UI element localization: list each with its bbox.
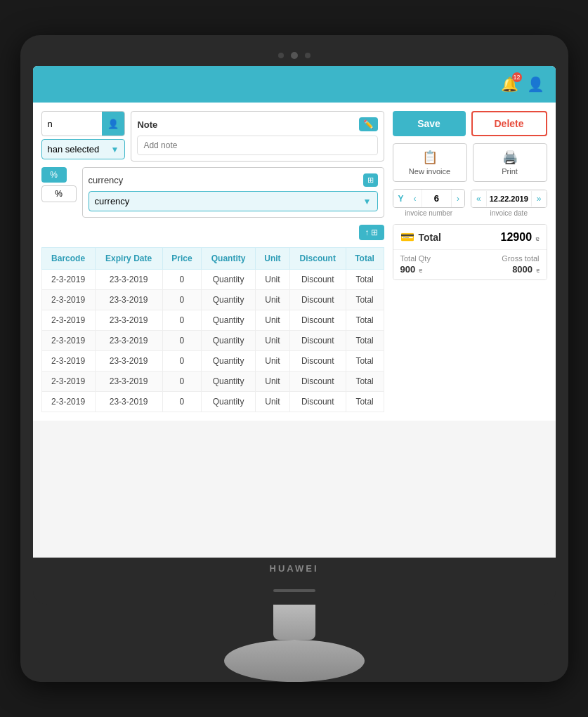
- total-amount: 12900 ɐ: [501, 231, 540, 244]
- table-cell-6-3: Quantity: [202, 392, 256, 412]
- table-row[interactable]: 2-3-201923-3-20190QuantityUnitDiscountTo…: [41, 310, 384, 331]
- table-cell-3-5: Discount: [289, 331, 346, 351]
- table-cell-1-4: Unit: [255, 290, 289, 310]
- invoice-date-prev-button[interactable]: «: [471, 190, 486, 207]
- export-button[interactable]: ↑ ⊞: [359, 225, 384, 240]
- invoice-prev-button[interactable]: ‹: [409, 190, 422, 207]
- barcode-icon-btn[interactable]: 👤: [102, 112, 124, 136]
- table-cell-1-2: 0: [162, 290, 202, 310]
- total-qty-label: Total Qty: [400, 254, 431, 263]
- total-qty-group: Total Qty 900 ɐ: [400, 254, 431, 275]
- currency-select[interactable]: currency USD EUR GBP: [89, 192, 358, 211]
- select-arrow-icon: ▼: [105, 145, 125, 154]
- table-cell-5-0: 2-3-2019: [41, 371, 95, 392]
- total-qty-value: 900: [400, 264, 416, 275]
- delete-button[interactable]: Delete: [471, 111, 547, 136]
- user-icon[interactable]: 👤: [527, 76, 544, 93]
- table-cell-6-6: Total: [346, 392, 384, 412]
- table-cell-5-5: Discount: [289, 371, 346, 392]
- percent-input[interactable]: [41, 185, 77, 202]
- customer-select[interactable]: han selected: [42, 140, 105, 159]
- col-unit: Unit: [255, 248, 289, 270]
- currency-icon-button[interactable]: ⊞: [363, 173, 378, 187]
- total-header: 💳 Total 12900 ɐ: [393, 225, 547, 250]
- camera-dot-2: [305, 53, 311, 58]
- table-row[interactable]: 2-3-201923-3-20190QuantityUnitDiscountTo…: [41, 392, 384, 412]
- col-expiry: Expiry Date: [95, 248, 162, 270]
- camera-lens: [291, 52, 298, 59]
- table-row[interactable]: 2-3-201923-3-20190QuantityUnitDiscountTo…: [41, 351, 384, 371]
- table-cell-6-0: 2-3-2019: [41, 392, 95, 412]
- table-cell-3-2: 0: [162, 331, 202, 351]
- table-cell-2-6: Total: [346, 310, 384, 331]
- invoice-date-value: 12.22.2019: [486, 191, 532, 206]
- table-row[interactable]: 2-3-201923-3-20190QuantityUnitDiscountTo…: [41, 270, 384, 290]
- note-section: Note ✏️: [131, 111, 384, 162]
- table-cell-5-3: Quantity: [202, 371, 256, 392]
- brand-label: HUAWEI: [33, 558, 556, 577]
- table-cell-4-0: 2-3-2019: [41, 351, 95, 371]
- total-value: 12900: [501, 231, 533, 243]
- total-label: Total: [419, 232, 441, 243]
- print-icon: 🖨️: [502, 150, 518, 165]
- new-invoice-icon: 📋: [422, 150, 438, 165]
- currency-select-arrow-icon: ▼: [358, 197, 377, 206]
- invoice-date-next-button[interactable]: »: [532, 190, 547, 207]
- gross-total-value: 8000: [512, 264, 533, 275]
- data-table: Barcode Expiry Date Price Quantity Unit …: [41, 247, 384, 412]
- notification-icon[interactable]: 🔔 12: [501, 76, 518, 93]
- tablet-bottom: [33, 577, 556, 605]
- table-cell-1-0: 2-3-2019: [41, 290, 95, 310]
- save-button[interactable]: Save: [393, 111, 466, 136]
- table-cell-5-6: Total: [346, 371, 384, 392]
- total-currency-symbol: ɐ: [535, 235, 540, 242]
- data-table-wrapper: Barcode Expiry Date Price Quantity Unit …: [41, 247, 384, 412]
- table-cell-6-4: Unit: [255, 392, 289, 412]
- tablet-screen: 🔔 12 👤 👤: [33, 66, 556, 558]
- table-row[interactable]: 2-3-201923-3-20190QuantityUnitDiscountTo…: [41, 290, 384, 310]
- invoice-date-nav: « 12.22.2019 » invoice date: [471, 190, 547, 217]
- table-cell-2-0: 2-3-2019: [41, 310, 95, 331]
- invoice-actions: 📋 New invoice 🖨️ Print: [393, 143, 547, 182]
- new-invoice-button[interactable]: 📋 New invoice: [393, 143, 467, 182]
- table-cell-0-5: Discount: [289, 270, 346, 290]
- table-cell-2-3: Quantity: [202, 310, 256, 331]
- table-cell-3-4: Unit: [255, 331, 289, 351]
- percent-icon-btn[interactable]: %: [41, 167, 67, 183]
- table-cell-3-6: Total: [346, 331, 384, 351]
- table-row[interactable]: 2-3-201923-3-20190QuantityUnitDiscountTo…: [41, 331, 384, 351]
- gross-total-group: Gross total 8000 ɐ: [502, 254, 539, 275]
- table-cell-2-5: Discount: [289, 310, 346, 331]
- invoice-nav-left-icon[interactable]: Y: [393, 190, 409, 207]
- table-header-row: Barcode Expiry Date Price Quantity Unit …: [41, 248, 384, 270]
- table-cell-4-1: 23-3-2019: [95, 351, 162, 371]
- note-label: Note: [137, 119, 157, 130]
- total-card: 💳 Total 12900 ɐ Total Qty 900: [393, 224, 547, 280]
- total-header-left: 💳 Total: [400, 230, 441, 244]
- print-button[interactable]: 🖨️ Print: [473, 143, 547, 182]
- table-cell-0-0: 2-3-2019: [41, 270, 95, 290]
- invoice-nav: Y ‹ 6 › invoice number « 12.22.2019 »: [393, 189, 547, 217]
- table-cell-1-3: Quantity: [202, 290, 256, 310]
- table-cell-4-4: Unit: [255, 351, 289, 371]
- right-panel: Save Delete 📋 New invoice 🖨️ Print: [393, 111, 547, 412]
- barcode-input[interactable]: [42, 114, 103, 133]
- table-cell-4-5: Discount: [289, 351, 346, 371]
- invoice-number-group: Y ‹ 6 ›: [393, 189, 466, 208]
- table-row[interactable]: 2-3-201923-3-20190QuantityUnitDiscountTo…: [41, 371, 384, 392]
- currency-section: currency ⊞ currency USD EUR GBP ▼: [82, 167, 384, 218]
- customer-select-wrapper: han selected ▼: [41, 139, 126, 159]
- note-input[interactable]: [137, 136, 377, 155]
- table-cell-4-3: Quantity: [202, 351, 256, 371]
- table-cell-1-6: Total: [346, 290, 384, 310]
- col-quantity: Quantity: [202, 248, 256, 270]
- table-cell-6-5: Discount: [289, 392, 346, 412]
- currency-label-row: currency ⊞: [89, 173, 378, 187]
- notification-badge: 12: [512, 72, 522, 82]
- action-buttons: Save Delete: [393, 111, 547, 136]
- table-cell-5-4: Unit: [255, 371, 289, 392]
- invoice-next-button[interactable]: ›: [452, 190, 464, 207]
- stand-base: [224, 640, 365, 682]
- note-edit-button[interactable]: ✏️: [359, 117, 378, 131]
- gross-total-unit: ɐ: [536, 267, 540, 274]
